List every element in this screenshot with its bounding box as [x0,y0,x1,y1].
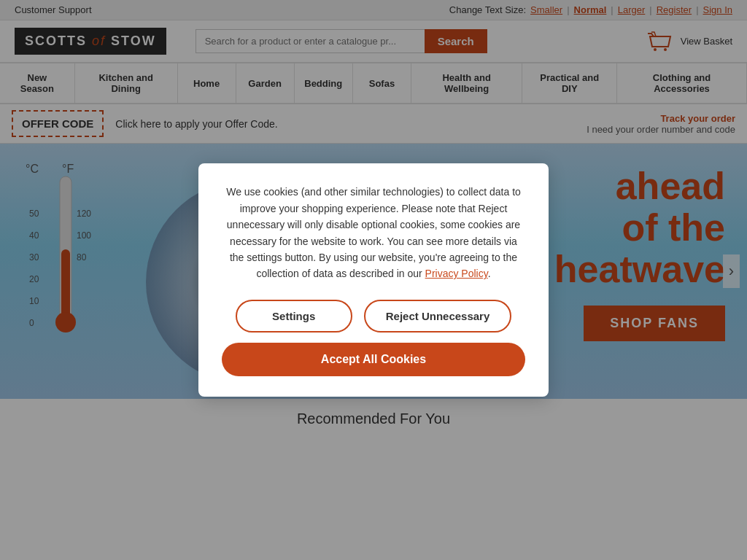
cookie-settings-button[interactable]: Settings [236,300,352,332]
cookie-body-text: We use cookies (and other similar techno… [222,184,525,281]
cookie-modal: We use cookies (and other similar techno… [198,163,549,396]
privacy-policy-link[interactable]: Privacy Policy [425,268,488,279]
cookie-overlay: We use cookies (and other similar techno… [0,0,747,560]
cookie-buttons-row1: Settings Reject Unnecessary [222,300,525,332]
cookie-accept-button[interactable]: Accept All Cookies [222,343,525,376]
cookie-reject-button[interactable]: Reject Unnecessary [364,300,512,332]
